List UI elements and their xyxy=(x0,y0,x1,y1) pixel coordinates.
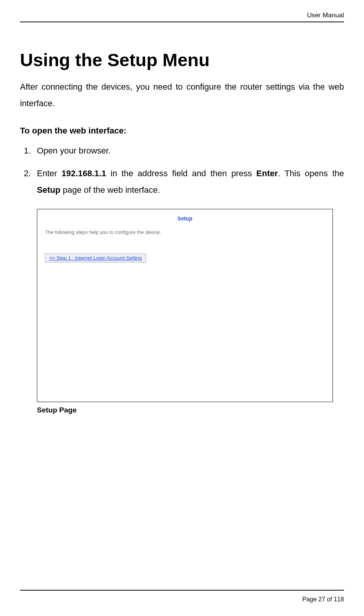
footer-of: of xyxy=(325,596,334,603)
step-2-text-b: in the address field and then press xyxy=(106,169,256,178)
subheading: To open the web interface: xyxy=(20,126,344,136)
screenshot-title: Setup xyxy=(45,215,325,222)
step-2-text-d: page of the web interface. xyxy=(60,185,160,195)
step-2-ip: 192.168.1.1 xyxy=(61,169,106,178)
step1-login-button[interactable]: >> Step 1 : Internet Login Account Setti… xyxy=(45,254,146,262)
steps-list: Open your browser. Enter 192.168.1.1 in … xyxy=(20,143,344,199)
step-2-text-a: Enter xyxy=(37,169,61,178)
intro-paragraph: After connecting the devices, you need t… xyxy=(20,79,344,112)
doc-header: User Manual xyxy=(20,12,344,19)
screenshot-helper-text: The following steps help you to configur… xyxy=(45,229,325,235)
footer-current-page: 27 xyxy=(318,596,325,603)
step-2-text-c: . This opens the xyxy=(278,169,344,178)
top-rule xyxy=(20,22,344,22)
step-1: Open your browser. xyxy=(37,143,344,159)
step-2-enter: Enter xyxy=(256,169,278,178)
footer-prefix: Page xyxy=(302,596,318,603)
step-2-setup: Setup xyxy=(37,185,60,195)
screenshot-figure: Setup The following steps help you to co… xyxy=(37,209,344,414)
page-footer: Page 27 of 118 xyxy=(302,596,344,603)
figure-caption: Setup Page xyxy=(37,406,344,414)
step-2: Enter 192.168.1.1 in the address field a… xyxy=(37,165,344,199)
step-1-text: Open your browser. xyxy=(37,146,111,155)
page-title: Using the Setup Menu xyxy=(20,49,344,70)
footer-total-pages: 118 xyxy=(334,596,344,603)
page: User Manual Using the Setup Menu After c… xyxy=(0,0,364,616)
setup-screenshot: Setup The following steps help you to co… xyxy=(37,209,333,402)
content: Using the Setup Menu After connecting th… xyxy=(20,49,344,414)
bottom-rule xyxy=(20,590,344,591)
